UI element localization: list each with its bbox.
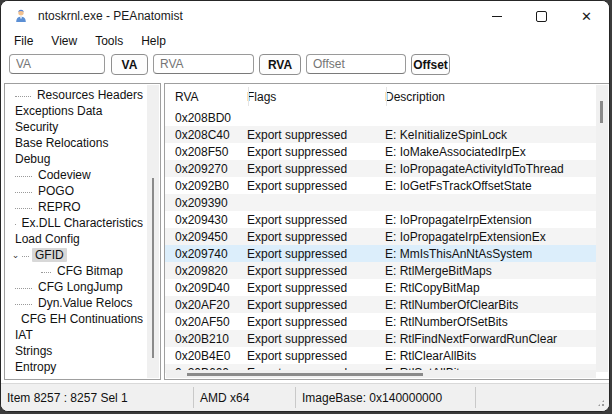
- cell-flags: Export suppressed: [247, 162, 385, 176]
- cell-rva: 0x209270: [165, 162, 247, 176]
- status-item-count: Item 8257 : 8257 Sel 1: [1, 387, 194, 408]
- cell-description: E: RtlClearAllBits: [385, 349, 596, 363]
- tree-connector: [15, 287, 32, 289]
- cell-flags: Export suppressed: [247, 332, 385, 346]
- tree-item-label: POGO: [35, 184, 77, 198]
- tree-item[interactable]: ⌄ Resources Headers: [5, 87, 146, 103]
- table-row[interactable]: 0x20B210 Export suppressed E: RtlFindNex…: [165, 330, 596, 347]
- menu-item-label: Tools: [95, 34, 123, 48]
- menu-item[interactable]: View: [42, 34, 86, 48]
- tree-item[interactable]: ⌄ CFG LongJump: [5, 279, 146, 295]
- tree-item-label: Security: [12, 120, 61, 134]
- rva-button[interactable]: RVA: [259, 54, 301, 75]
- cell-description: E: RtlMergeBitMaps: [385, 264, 596, 278]
- cell-description: E: IoPropagateIrpExtension: [385, 213, 596, 227]
- tree-item[interactable]: ⌄ CFG EH Continuations: [5, 311, 146, 327]
- minimize-button[interactable]: [474, 1, 519, 31]
- cell-rva: 0x2092B0: [165, 179, 247, 193]
- cell-flags: Export suppressed: [247, 179, 385, 193]
- menu-item[interactable]: File: [5, 34, 42, 48]
- column-header-rva[interactable]: RVA: [165, 90, 247, 104]
- tree-item[interactable]: ⌄ Dyn.Value Relocs: [5, 295, 146, 311]
- app-icon: [13, 8, 29, 24]
- cell-flags: Export suppressed: [247, 281, 385, 295]
- tree-item[interactable]: ⌄ CFG Bitmap: [5, 263, 146, 279]
- cell-description: E: IoPropagateActivityIdToThread: [385, 162, 596, 176]
- table-row[interactable]: 0x209450 Export suppressed E: IoPropagat…: [165, 228, 596, 245]
- tree-item[interactable]: ⌄ Debug: [5, 151, 146, 167]
- tree-item[interactable]: ⌄ Codeview: [5, 167, 146, 183]
- cell-description: E: IoMakeAssociatedIrpEx: [385, 145, 596, 159]
- cell-description: E: MmIsThisAnNtAsSystem: [385, 247, 596, 261]
- tree-scrollbar-thumb[interactable]: [152, 178, 154, 358]
- table-vertical-scrollbar[interactable]: [596, 85, 608, 372]
- cell-flags: Export suppressed: [247, 264, 385, 278]
- offset-input[interactable]: [306, 54, 406, 74]
- tree-item[interactable]: ⌄ Load Config: [5, 231, 146, 247]
- cell-description: E: KeInitializeSpinLock: [385, 128, 596, 142]
- close-icon: ✕: [581, 10, 592, 23]
- tree-item-label: Load Config: [12, 232, 83, 246]
- statusbar: Item 8257 : 8257 Sel 1 AMD x64 ImageBase…: [1, 383, 609, 411]
- table-horizontal-scrollbar[interactable]: [166, 370, 596, 378]
- menu-item-label: View: [51, 34, 77, 48]
- table-row[interactable]: 0x209390: [165, 194, 596, 211]
- column-divider: [386, 87, 387, 106]
- table-row[interactable]: 0x208C40 Export suppressed E: KeInitiali…: [165, 126, 596, 143]
- table-vertical-scrollbar-thumb[interactable]: [600, 101, 603, 123]
- cell-description: E: RtlNumberOfSetBits: [385, 315, 596, 329]
- menu-item-label: File: [14, 34, 33, 48]
- tree-item[interactable]: ⌄ Strings: [5, 343, 146, 359]
- cell-flags: Export suppressed: [247, 298, 385, 312]
- tree-item[interactable]: ⌄ Exceptions Data: [5, 103, 146, 119]
- tree-connector: [15, 191, 32, 193]
- table-row[interactable]: 0x209270 Export suppressed E: IoPropagat…: [165, 160, 596, 177]
- cell-rva: 0x209390: [165, 196, 247, 210]
- tree-item[interactable]: ⌄ Ex.DLL Characteristics: [5, 215, 146, 231]
- tree-item-label: Base Relocations: [12, 136, 111, 150]
- table-row[interactable]: 0x209740 Export suppressed E: MmIsThisAn…: [165, 245, 596, 262]
- table-horizontal-scrollbar-thumb[interactable]: [187, 373, 423, 376]
- tree-item[interactable]: ⌄ Security: [5, 119, 146, 135]
- tree-scrollbar[interactable]: [147, 85, 159, 378]
- tree-item[interactable]: ⌄ REPRO: [5, 199, 146, 215]
- chevron-down-icon[interactable]: ⌄: [9, 250, 22, 260]
- table-row[interactable]: 0x208F50 Export suppressed E: IoMakeAsso…: [165, 143, 596, 160]
- cell-flags: Export suppressed: [247, 247, 385, 261]
- tree-item[interactable]: ⌄ GFID: [5, 247, 146, 263]
- cell-rva: 0x209D40: [165, 281, 247, 295]
- cell-flags: Export suppressed: [247, 145, 385, 159]
- cell-flags: Export suppressed: [247, 128, 385, 142]
- table-row[interactable]: 0x209D40 Export suppressed E: RtlCopyBit…: [165, 279, 596, 296]
- minimize-icon: [492, 16, 502, 17]
- tree-item[interactable]: ⌄ Entropy: [5, 359, 146, 375]
- column-header-description[interactable]: Description: [385, 90, 596, 104]
- table-row[interactable]: 0x208BD0: [165, 109, 596, 126]
- tree-item-label: Exceptions Data: [12, 104, 105, 118]
- menu-item[interactable]: Tools: [86, 34, 132, 48]
- tree-item-label: CFG EH Continuations: [18, 312, 146, 326]
- table-row[interactable]: 0x20B4E0 Export suppressed E: RtlClearAl…: [165, 347, 596, 364]
- menu-item[interactable]: Help: [132, 34, 175, 48]
- section-tree: ⌄ Resources Headers ⌄ Exceptions Data ⌄ …: [4, 83, 161, 380]
- table-row[interactable]: 0x20AF50 Export suppressed E: RtlNumberO…: [165, 313, 596, 330]
- offset-button[interactable]: Offset: [411, 54, 450, 75]
- table-row[interactable]: 0x209430 Export suppressed E: IoPropagat…: [165, 211, 596, 228]
- tree-item[interactable]: ⌄ POGO: [5, 183, 146, 199]
- table-body: 0x208BD0 0x208C40 Export suppressed E: K…: [165, 109, 596, 373]
- table-row[interactable]: 0x20AF20 Export suppressed E: RtlNumberO…: [165, 296, 596, 313]
- tree-list: ⌄ Resources Headers ⌄ Exceptions Data ⌄ …: [5, 87, 146, 375]
- va-input[interactable]: [9, 54, 105, 74]
- maximize-button[interactable]: [519, 1, 564, 31]
- table-row[interactable]: 0x209820 Export suppressed E: RtlMergeBi…: [165, 262, 596, 279]
- close-button[interactable]: ✕: [564, 1, 609, 31]
- tree-item-label: Debug: [12, 152, 53, 166]
- rva-input[interactable]: [153, 54, 254, 74]
- va-button[interactable]: VA: [111, 54, 148, 75]
- tree-item[interactable]: ⌄ IAT: [5, 327, 146, 343]
- status-imagebase: ImageBase: 0x140000000: [296, 387, 476, 408]
- tree-item[interactable]: ⌄ Base Relocations: [5, 135, 146, 151]
- table-row[interactable]: 0x2092B0 Export suppressed E: IoGetFsTra…: [165, 177, 596, 194]
- cell-rva: 0x20B210: [165, 332, 247, 346]
- column-header-flags[interactable]: Flags: [247, 90, 385, 104]
